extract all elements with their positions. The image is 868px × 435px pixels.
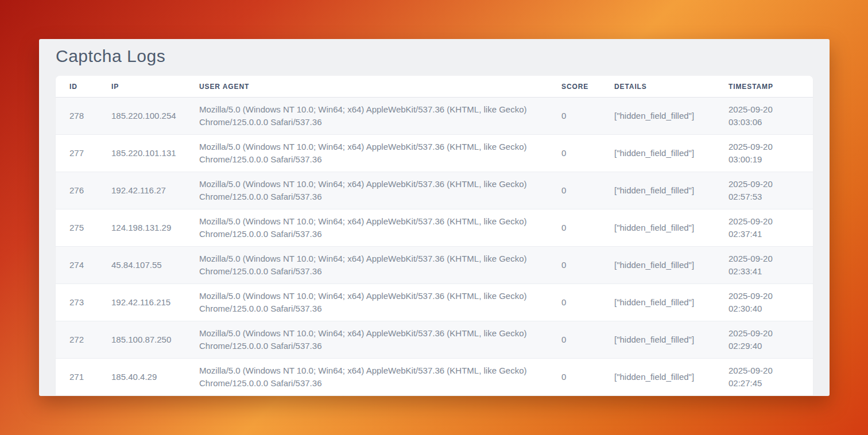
- cell-ip: 192.42.116.27: [98, 172, 185, 209]
- cell-ip: 185.100.87.250: [98, 321, 185, 359]
- column-header-user-agent: USER AGENT: [185, 76, 548, 98]
- captcha-logs-card: Captcha Logs ID IP USER AGENT SCORE DETA…: [39, 39, 830, 396]
- cell-user-agent: Mozilla/5.0 (Windows NT 10.0; Win64; x64…: [185, 98, 548, 135]
- cell-score: 0: [548, 247, 600, 284]
- column-header-score: SCORE: [548, 76, 600, 98]
- cell-details: ["hidden_field_filled"]: [600, 172, 715, 209]
- cell-id: 277: [56, 135, 98, 172]
- cell-score: 0: [548, 359, 600, 396]
- cell-details: ["hidden_field_filled"]: [600, 247, 715, 284]
- cell-score: 0: [548, 321, 600, 359]
- captcha-logs-table-container: ID IP USER AGENT SCORE DETAILS TIMESTAMP…: [56, 76, 813, 396]
- cell-user-agent: Mozilla/5.0 (Windows NT 10.0; Win64; x64…: [185, 135, 548, 172]
- captcha-logs-table: ID IP USER AGENT SCORE DETAILS TIMESTAMP…: [56, 76, 813, 396]
- cell-details: ["hidden_field_filled"]: [600, 209, 715, 247]
- cell-id: 272: [56, 321, 98, 359]
- table-row: 275 124.198.131.29 Mozilla/5.0 (Windows …: [56, 209, 813, 247]
- table-row: 277 185.220.101.131 Mozilla/5.0 (Windows…: [56, 135, 813, 172]
- column-header-id: ID: [56, 76, 98, 98]
- cell-id: 274: [56, 247, 98, 284]
- cell-user-agent: Mozilla/5.0 (Windows NT 10.0; Win64; x64…: [185, 284, 548, 321]
- cell-id: 275: [56, 209, 98, 247]
- cell-id: 273: [56, 284, 98, 321]
- column-header-timestamp: TIMESTAMP: [715, 76, 813, 98]
- table-row: 278 185.220.100.254 Mozilla/5.0 (Windows…: [56, 98, 813, 135]
- cell-user-agent: Mozilla/5.0 (Windows NT 10.0; Win64; x64…: [185, 172, 548, 209]
- cell-timestamp: 2025-09-20 02:27:45: [715, 359, 813, 396]
- cell-ip: 185.40.4.29: [98, 359, 185, 396]
- cell-ip: 45.84.107.55: [98, 247, 185, 284]
- page-background: { "page": { "title": "Captcha Logs" }, "…: [0, 0, 868, 435]
- cell-timestamp: 2025-09-20 02:30:40: [715, 284, 813, 321]
- table-body: 278 185.220.100.254 Mozilla/5.0 (Windows…: [56, 98, 813, 396]
- cell-timestamp: 2025-09-20 03:03:06: [715, 98, 813, 135]
- cell-ip: 192.42.116.215: [98, 284, 185, 321]
- cell-user-agent: Mozilla/5.0 (Windows NT 10.0; Win64; x64…: [185, 321, 548, 359]
- cell-score: 0: [548, 284, 600, 321]
- cell-user-agent: Mozilla/5.0 (Windows NT 10.0; Win64; x64…: [185, 209, 548, 247]
- cell-ip: 124.198.131.29: [98, 209, 185, 247]
- cell-details: ["hidden_field_filled"]: [600, 98, 715, 135]
- cell-details: ["hidden_field_filled"]: [600, 284, 715, 321]
- cell-score: 0: [548, 98, 600, 135]
- cell-ip: 185.220.100.254: [98, 98, 185, 135]
- table-header-row: ID IP USER AGENT SCORE DETAILS TIMESTAMP: [56, 76, 813, 98]
- cell-timestamp: 2025-09-20 03:00:19: [715, 135, 813, 172]
- table-row: 276 192.42.116.27 Mozilla/5.0 (Windows N…: [56, 172, 813, 209]
- cell-user-agent: Mozilla/5.0 (Windows NT 10.0; Win64; x64…: [185, 359, 548, 396]
- cell-score: 0: [548, 135, 600, 172]
- cell-id: 278: [56, 98, 98, 135]
- cell-timestamp: 2025-09-20 02:37:41: [715, 209, 813, 247]
- table-row: 272 185.100.87.250 Mozilla/5.0 (Windows …: [56, 321, 813, 359]
- cell-id: 276: [56, 172, 98, 209]
- cell-details: ["hidden_field_filled"]: [600, 359, 715, 396]
- cell-details: ["hidden_field_filled"]: [600, 321, 715, 359]
- table-header: ID IP USER AGENT SCORE DETAILS TIMESTAMP: [56, 76, 813, 98]
- cell-score: 0: [548, 172, 600, 209]
- column-header-details: DETAILS: [600, 76, 715, 98]
- cell-id: 271: [56, 359, 98, 396]
- cell-details: ["hidden_field_filled"]: [600, 135, 715, 172]
- table-row: 274 45.84.107.55 Mozilla/5.0 (Windows NT…: [56, 247, 813, 284]
- table-row: 271 185.40.4.29 Mozilla/5.0 (Windows NT …: [56, 359, 813, 396]
- column-header-ip: IP: [98, 76, 185, 98]
- cell-timestamp: 2025-09-20 02:29:40: [715, 321, 813, 359]
- table-row: 273 192.42.116.215 Mozilla/5.0 (Windows …: [56, 284, 813, 321]
- cell-ip: 185.220.101.131: [98, 135, 185, 172]
- cell-timestamp: 2025-09-20 02:33:41: [715, 247, 813, 284]
- cell-user-agent: Mozilla/5.0 (Windows NT 10.0; Win64; x64…: [185, 247, 548, 284]
- cell-timestamp: 2025-09-20 02:57:53: [715, 172, 813, 209]
- page-title: Captcha Logs: [39, 39, 830, 65]
- cell-score: 0: [548, 209, 600, 247]
